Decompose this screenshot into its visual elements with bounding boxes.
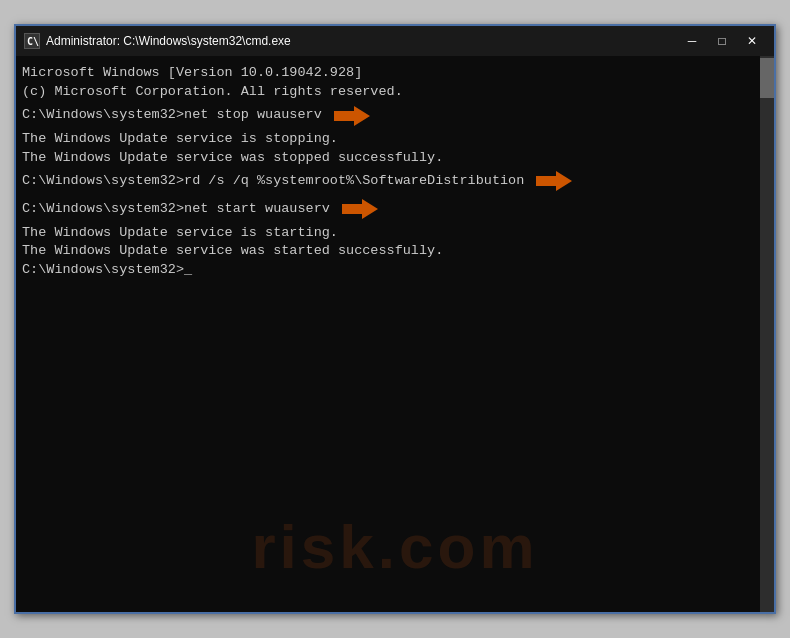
scrollbar-thumb[interactable] — [760, 58, 774, 98]
terminal-line: The Windows Update service is stopping. — [22, 130, 754, 149]
terminal-line: The Windows Update service is starting. — [22, 224, 754, 243]
terminal-line-text: Microsoft Windows [Version 10.0.19042.92… — [22, 64, 362, 83]
close-button[interactable]: ✕ — [738, 31, 766, 51]
titlebar-controls: ─ □ ✕ — [678, 31, 766, 51]
svg-text:C\: C\ — [27, 36, 39, 47]
terminal-content[interactable]: Microsoft Windows [Version 10.0.19042.92… — [16, 56, 760, 612]
cmd-icon: C\ — [24, 33, 40, 49]
terminal-line: (c) Microsoft Corporation. All rights re… — [22, 83, 754, 102]
terminal-body: Microsoft Windows [Version 10.0.19042.92… — [16, 56, 774, 612]
terminal-line-text: The Windows Update service was started s… — [22, 242, 443, 261]
window-title: Administrator: C:\Windows\system32\cmd.e… — [46, 34, 291, 48]
titlebar-left: C\ Administrator: C:\Windows\system32\cm… — [24, 33, 291, 49]
terminal-line: Microsoft Windows [Version 10.0.19042.92… — [22, 64, 754, 83]
terminal-line-text: (c) Microsoft Corporation. All rights re… — [22, 83, 403, 102]
minimize-button[interactable]: ─ — [678, 31, 706, 51]
terminal-line-text: C:\Windows\system32>net stop wuauserv — [22, 106, 322, 125]
terminal-line-text: The Windows Update service is starting. — [22, 224, 338, 243]
svg-marker-2 — [334, 106, 370, 126]
terminal-line-text: C:\Windows\system32>net start wuauserv — [22, 200, 330, 219]
terminal-line-text: The Windows Update service is stopping. — [22, 130, 338, 149]
titlebar: C\ Administrator: C:\Windows\system32\cm… — [16, 26, 774, 56]
terminal-line: C:\Windows\system32>_ — [22, 261, 754, 280]
cmd-window: C\ Administrator: C:\Windows\system32\cm… — [14, 24, 776, 614]
terminal-line-text: The Windows Update service was stopped s… — [22, 149, 443, 168]
terminal-line: C:\Windows\system32>net start wuauserv — [22, 196, 754, 224]
svg-marker-3 — [536, 171, 572, 191]
arrow-icon — [536, 168, 572, 196]
arrow-icon — [342, 196, 378, 224]
terminal-line-text: C:\Windows\system32>_ — [22, 261, 192, 280]
svg-marker-4 — [342, 199, 378, 219]
terminal-line: C:\Windows\system32>rd /s /q %systemroot… — [22, 168, 754, 196]
terminal-line: The Windows Update service was started s… — [22, 242, 754, 261]
arrow-icon — [334, 102, 370, 130]
terminal-line-text: C:\Windows\system32>rd /s /q %systemroot… — [22, 172, 524, 191]
maximize-button[interactable]: □ — [708, 31, 736, 51]
scrollbar[interactable] — [760, 56, 774, 612]
terminal-line: The Windows Update service was stopped s… — [22, 149, 754, 168]
terminal-line: C:\Windows\system32>net stop wuauserv — [22, 102, 754, 130]
